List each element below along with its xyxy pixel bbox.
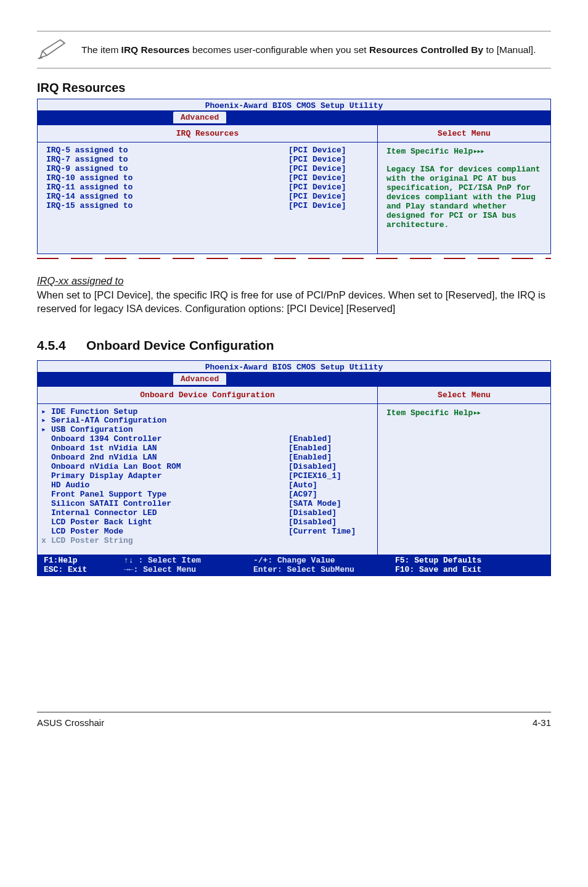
bios-onboard-device: Phoenix-Award BIOS CMOS Setup Utility Ad… (37, 360, 551, 576)
bios1-help-head: Item Specific Help (386, 147, 473, 156)
blank-marker (41, 463, 51, 472)
bios2-menu-bar: Advanced (38, 372, 550, 386)
note-bold1: IRQ Resources (121, 44, 190, 55)
bios2-tab-advanced[interactable]: Advanced (173, 373, 226, 385)
blank-marker (41, 472, 51, 481)
bios2-item[interactable]: Onboard 1394 Controller[Enabled] (41, 435, 369, 444)
blank-marker (41, 527, 51, 537)
item-value: [Auto] (288, 481, 369, 490)
bios2-item[interactable]: Internal Connector LED[Disabled] (41, 509, 369, 518)
note-post: to [Manual]. (483, 44, 536, 55)
item-label: IDE Function Setup (51, 408, 288, 417)
item-label: Primary Display Adapter (51, 472, 288, 481)
item-value: [PCI Device] (288, 202, 369, 211)
item-value: [PCIEX16_1] (288, 472, 369, 481)
bios2-item[interactable]: ▸IDE Function Setup (41, 408, 369, 417)
bios1-item[interactable]: IRQ-14 assigned to[PCI Device] (46, 192, 369, 202)
item-label: IRQ-15 assigned to (46, 202, 288, 211)
select-item-hint: ↑↓ : Select Item (124, 556, 253, 565)
bios2-item[interactable]: Onboard 1st nVidia LAN[Enabled] (41, 444, 369, 453)
select-menu-hint: →←: Select Menu (124, 565, 253, 574)
bios2-item[interactable]: ▸USB Configuration (41, 426, 369, 435)
item-label: IRQ-14 assigned to (46, 192, 288, 202)
item-value: [Disabled] (288, 463, 369, 472)
esc-exit-hint: ESC: Exit (44, 565, 124, 574)
bios2-item[interactable]: Onboard 2nd nVidia LAN[Enabled] (41, 453, 369, 463)
submenu-icon: ▸ (41, 416, 51, 426)
item-value: [PCI Device] (288, 183, 369, 192)
section-454-heading: 4.5.4Onboard Device Configuration (37, 338, 551, 353)
section-number: 4.5.4 (37, 338, 86, 353)
submenu-icon: ▸ (41, 408, 51, 417)
item-value: [Disabled] (288, 509, 369, 518)
bios1-item[interactable]: IRQ-9 assigned to[PCI Device] (46, 165, 369, 174)
bios2-item-disabled: xLCD Poster String (41, 537, 369, 546)
irq-assigned-heading: IRQ-xx assigned to (37, 275, 551, 287)
item-label: Silicon SATAII Controller (51, 500, 288, 509)
bios2-right-title: Select Menu (378, 387, 550, 404)
change-value-hint: -/+: Change Value (253, 556, 395, 565)
bios1-item[interactable]: IRQ-15 assigned to[PCI Device] (46, 202, 369, 211)
item-label: Onboard 1st nVidia LAN (51, 444, 288, 453)
blank-marker (41, 444, 51, 453)
item-label: IRQ-10 assigned to (46, 174, 288, 183)
pencil-icon (37, 36, 70, 63)
bios-irq-resources: Phoenix-Award BIOS CMOS Setup Utility Ad… (37, 99, 551, 254)
bios1-item[interactable]: IRQ-7 assigned to[PCI Device] (46, 155, 369, 165)
bios2-item[interactable]: Silicon SATAII Controller[SATA Mode] (41, 500, 369, 509)
bios2-item[interactable]: HD Audio[Auto] (41, 481, 369, 490)
item-value (288, 416, 369, 426)
bios1-left-body: IRQ-5 assigned to[PCI Device] IRQ-7 assi… (38, 142, 377, 254)
select-submenu-hint: Enter: Select SubMenu (253, 565, 395, 574)
footer-right: 4-31 (533, 717, 551, 728)
bios1-tab-advanced[interactable]: Advanced (173, 112, 226, 123)
bios1-item[interactable]: IRQ-5 assigned to[PCI Device] (46, 146, 369, 155)
triple-arrow-icon: ▸▸▸ (473, 147, 483, 156)
bios1-left-title: IRQ Resources (38, 125, 377, 142)
item-value: [PCI Device] (288, 165, 369, 174)
item-value: [PCI Device] (288, 192, 369, 202)
irq-explanation: IRQ-xx assigned to When set to [PCI Devi… (37, 275, 551, 316)
submenu-icon: ▸ (41, 426, 51, 435)
bios1-item[interactable]: IRQ-10 assigned to[PCI Device] (46, 174, 369, 183)
item-label: LCD Poster String (51, 537, 288, 546)
bios1-item[interactable]: IRQ-11 assigned to[PCI Device] (46, 183, 369, 192)
item-label: Onboard 2nd nVidia LAN (51, 453, 288, 463)
bios2-item[interactable]: LCD Poster Mode[Current Time] (41, 527, 369, 537)
note-pre: The item (81, 44, 121, 55)
blank-marker (41, 509, 51, 518)
dashed-divider (37, 258, 551, 259)
irq-assigned-body: When set to [PCI Device], the specific I… (37, 288, 551, 316)
item-label: Front Panel Support Type (51, 490, 288, 500)
note-block: The item IRQ Resources becomes user-conf… (37, 31, 551, 68)
bios2-item[interactable]: Primary Display Adapter[PCIEX16_1] (41, 472, 369, 481)
note-mid: becomes user-configurable when you set (190, 44, 369, 55)
bios2-item[interactable]: ▸Serial-ATA Configuration (41, 416, 369, 426)
item-label: IRQ-11 assigned to (46, 183, 288, 192)
setup-defaults-hint: F5: Setup Defaults (395, 556, 544, 565)
footer-left: ASUS Crosshair (37, 717, 104, 728)
f1-help-hint: F1:Help (44, 556, 124, 565)
item-label: LCD Poster Back Light (51, 518, 288, 527)
bios2-item[interactable]: Front Panel Support Type[AC97] (41, 490, 369, 500)
item-label: LCD Poster Mode (51, 527, 288, 537)
blank-marker (41, 481, 51, 490)
page-footer: ASUS Crosshair 4-31 (37, 712, 551, 728)
item-value: [Enabled] (288, 453, 369, 463)
item-label: IRQ-5 assigned to (46, 146, 288, 155)
bios2-help-body: Item Specific Help▸▸ (378, 404, 550, 540)
item-value (288, 537, 369, 546)
item-value: [Enabled] (288, 444, 369, 453)
item-label: Internal Connector LED (51, 509, 288, 518)
bios2-title: Phoenix-Award BIOS CMOS Setup Utility (38, 361, 550, 372)
item-label: USB Configuration (51, 426, 288, 435)
item-value: [Enabled] (288, 435, 369, 444)
bios1-right-title: Select Menu (378, 125, 550, 142)
item-value: [PCI Device] (288, 146, 369, 155)
bios2-item[interactable]: LCD Poster Back Light[Disabled] (41, 518, 369, 527)
blank-marker (41, 500, 51, 509)
bios2-item[interactable]: Onboard nVidia Lan Boot ROM[Disabled] (41, 463, 369, 472)
item-label: IRQ-7 assigned to (46, 155, 288, 165)
blank-marker (41, 518, 51, 527)
blank-marker (41, 490, 51, 500)
